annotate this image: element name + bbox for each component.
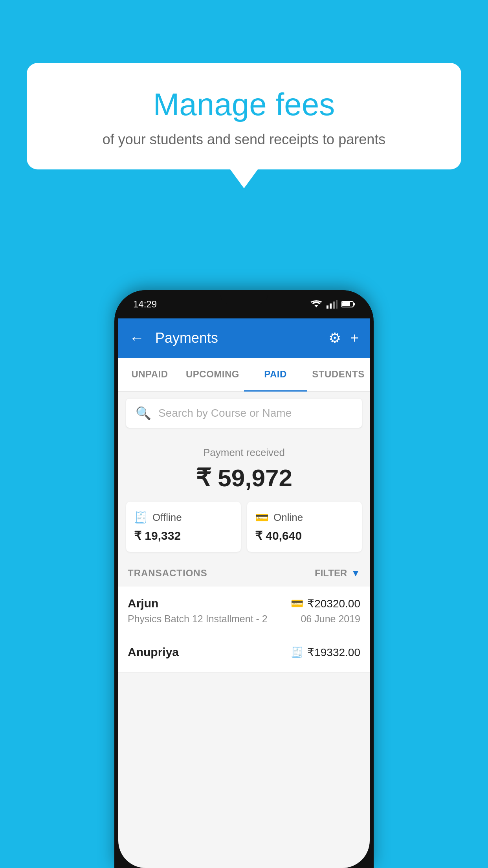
speech-bubble: Manage fees of your students and send re… [27,63,461,169]
app-bar: ← Payments ⚙ + [118,318,370,358]
transaction-row1: Arjun 💳 ₹20320.00 [128,597,360,610]
phone-notch [220,290,268,304]
battery-icon [341,301,355,308]
transaction-course: Physics Batch 12 Installment - 2 [128,613,268,625]
payment-received-label: Payment received [126,447,362,459]
status-icons [310,300,355,309]
tab-students[interactable]: STUDENTS [307,358,370,391]
transaction-type-icon: 🧾 [291,646,303,658]
add-icon[interactable]: + [350,330,359,346]
phone-frame: 14:29 [114,290,374,868]
bubble-title: Manage fees [58,86,430,123]
online-card-header: 💳 Online [255,511,354,524]
transaction-name: Anupriya [128,645,179,659]
payment-summary: Payment received ₹ 59,972 🧾 Offline ₹ 19… [118,435,370,560]
transaction-row1: Anupriya 🧾 ₹19332.00 [128,645,360,659]
app-bar-actions: ⚙ + [328,330,359,346]
transaction-name: Arjun [128,597,158,610]
tabs-bar: UNPAID UPCOMING PAID STUDENTS [118,358,370,392]
transaction-amount: ₹19332.00 [307,646,360,659]
payment-total-amount: ₹ 59,972 [126,463,362,492]
filter-icon: ▼ [351,568,360,579]
tab-unpaid[interactable]: UNPAID [118,358,181,391]
transactions-header: TRANSACTIONS FILTER ▼ [118,560,370,587]
search-box[interactable]: 🔍 Search by Course or Name [126,399,362,428]
online-amount: ₹ 40,640 [255,529,354,542]
transactions-list: Arjun 💳 ₹20320.00 Physics Batch 12 Insta… [118,587,370,673]
filter-button[interactable]: FILTER ▼ [315,568,360,579]
offline-icon: 🧾 [134,511,148,524]
svg-rect-2 [330,303,332,309]
bubble-subtitle: of your students and send receipts to pa… [58,131,430,148]
back-button[interactable]: ← [129,330,144,347]
svg-rect-3 [333,302,335,309]
search-input[interactable]: Search by Course or Name [158,407,292,419]
transactions-label: TRANSACTIONS [128,568,207,579]
online-label: Online [273,511,303,524]
offline-label: Offline [152,511,182,524]
online-icon: 💳 [255,511,269,524]
table-row[interactable]: Anupriya 🧾 ₹19332.00 [118,635,370,673]
svg-rect-7 [342,302,350,306]
tab-paid[interactable]: PAID [244,358,307,391]
svg-rect-1 [327,305,328,309]
online-card: 💳 Online ₹ 40,640 [247,502,362,552]
table-row[interactable]: Arjun 💳 ₹20320.00 Physics Batch 12 Insta… [118,587,370,635]
transaction-amount: ₹20320.00 [307,597,360,610]
signal-icon [327,300,338,309]
transaction-type-icon: 💳 [291,598,303,610]
search-container: 🔍 Search by Course or Name [118,392,370,435]
offline-card: 🧾 Offline ₹ 19,332 [126,502,241,552]
payment-cards: 🧾 Offline ₹ 19,332 💳 Online ₹ 40,640 [126,502,362,552]
status-time: 14:29 [133,299,157,310]
transaction-amount-wrap: 💳 ₹20320.00 [291,597,360,610]
transaction-date: 06 June 2019 [301,613,360,625]
transaction-amount-wrap: 🧾 ₹19332.00 [291,646,360,659]
filter-label: FILTER [315,568,347,579]
settings-icon[interactable]: ⚙ [328,330,341,346]
transaction-row2: Physics Batch 12 Installment - 2 06 June… [128,613,360,625]
svg-rect-4 [336,300,338,309]
tab-upcoming[interactable]: UPCOMING [181,358,244,391]
search-icon: 🔍 [136,406,151,421]
offline-amount: ₹ 19,332 [134,529,233,542]
app-bar-title: Payments [155,330,321,346]
speech-bubble-container: Manage fees of your students and send re… [27,63,461,169]
status-bar: 14:29 [114,290,374,318]
svg-rect-6 [353,303,355,305]
phone-screen: ← Payments ⚙ + UNPAID UPCOMING PAID STUD… [118,318,370,868]
wifi-icon [310,300,323,309]
offline-card-header: 🧾 Offline [134,511,233,524]
svg-marker-0 [314,305,319,307]
